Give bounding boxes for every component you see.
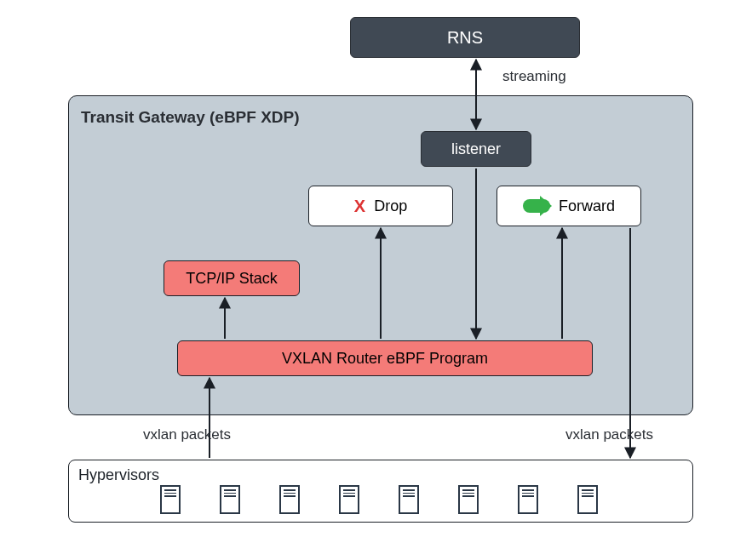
server-icon [160, 485, 181, 514]
streaming-label: streaming [502, 68, 566, 85]
forward-arrow-icon [523, 199, 550, 213]
tcpip-box: TCP/IP Stack [164, 260, 300, 296]
x-icon: X [354, 197, 365, 216]
listener-box: listener [421, 131, 531, 167]
hypervisors-title: Hypervisors [78, 466, 159, 484]
forward-box: Forward [497, 186, 641, 226]
vxlan-out-label: vxlan packets [565, 426, 653, 443]
vxlan-in-label: vxlan packets [143, 426, 231, 443]
vxlan-router-box: VXLAN Router eBPF Program [177, 340, 593, 376]
server-icon [279, 485, 300, 514]
listener-label: listener [451, 140, 501, 158]
server-icon [518, 485, 538, 514]
drop-label: Drop [374, 197, 407, 215]
server-icon [577, 485, 598, 514]
rns-box: RNS [350, 17, 580, 58]
forward-label: Forward [559, 197, 615, 215]
drop-box: X Drop [308, 186, 453, 226]
server-icon [399, 485, 419, 514]
server-icon [220, 485, 240, 514]
server-icon [339, 485, 359, 514]
vxlan-router-label: VXLAN Router eBPF Program [282, 350, 488, 368]
rns-label: RNS [447, 28, 483, 48]
server-icon [458, 485, 479, 514]
tcpip-label: TCP/IP Stack [186, 270, 278, 288]
transit-gateway-title: Transit Gateway (eBPF XDP) [81, 108, 300, 127]
